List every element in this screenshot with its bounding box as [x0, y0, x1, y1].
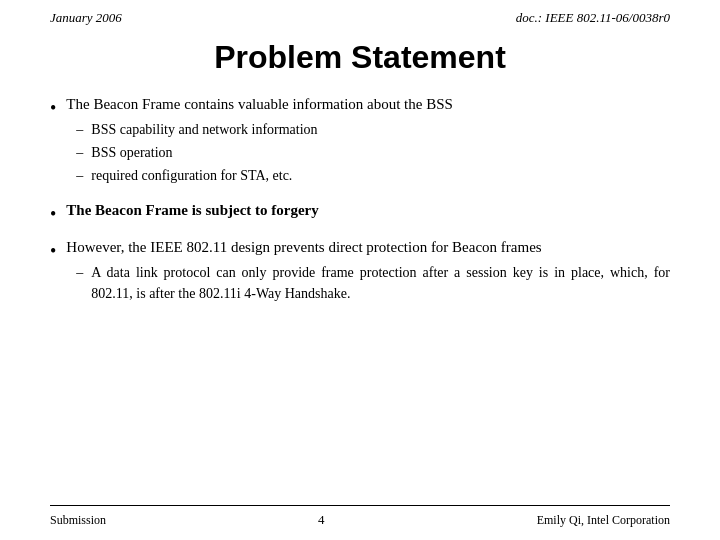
- footer-left: Submission: [50, 513, 106, 528]
- sub-note-3: A data link protocol can only provide fr…: [76, 263, 670, 304]
- sub-item-1-1: BSS capability and network information: [76, 120, 670, 140]
- page: January 2006 doc.: IEEE 802.11-06/0038r0…: [0, 0, 720, 540]
- bullet-text-2: The Beacon Frame is subject to forgery: [66, 200, 670, 222]
- sub-note-dash-3: A data link protocol can only provide fr…: [76, 263, 670, 304]
- header: January 2006 doc.: IEEE 802.11-06/0038r0: [50, 0, 670, 31]
- footer-center: 4: [318, 512, 325, 528]
- bullet-dot-3: •: [50, 238, 56, 264]
- sub-list-1: BSS capability and network information B…: [76, 120, 670, 187]
- bullet-item-3: • However, the IEEE 802.11 design preven…: [50, 237, 670, 304]
- footer-right: Emily Qi, Intel Corporation: [537, 513, 670, 528]
- bullet-item-1: • The Beacon Frame contains valuable inf…: [50, 94, 670, 190]
- page-title: Problem Statement: [50, 39, 670, 76]
- header-right: doc.: IEEE 802.11-06/0038r0: [516, 10, 670, 26]
- bullet-text-3: However, the IEEE 802.11 design prevents…: [66, 237, 670, 304]
- bullet-text-1: The Beacon Frame contains valuable infor…: [66, 94, 670, 190]
- footer: Submission 4 Emily Qi, Intel Corporation: [50, 505, 670, 528]
- header-left: January 2006: [50, 10, 122, 26]
- sub-item-1-2: BSS operation: [76, 143, 670, 163]
- bullet-dot-1: •: [50, 95, 56, 121]
- content-area: • The Beacon Frame contains valuable inf…: [50, 94, 670, 304]
- bullet-dot-2: •: [50, 201, 56, 227]
- sub-item-1-3: required configuration for STA, etc.: [76, 166, 670, 186]
- bullet-item-2: • The Beacon Frame is subject to forgery: [50, 200, 670, 227]
